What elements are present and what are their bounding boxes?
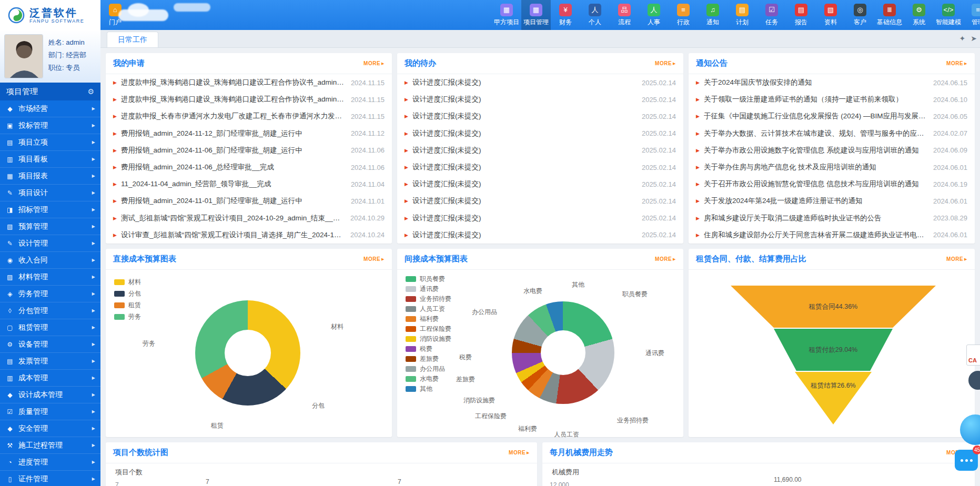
sidebar-item[interactable]: ✎ 设计管理 ▶ (0, 235, 100, 252)
topnav-item[interactable]: ⚙ 系统 (904, 0, 934, 30)
panel-title[interactable]: 通知公告 (696, 58, 728, 68)
legend-item[interactable]: 通讯费 (406, 284, 451, 294)
sidebar-item[interactable]: ◉ 收入合同 ▶ (0, 252, 100, 269)
list-item[interactable]: ▶ 关于召开市政公用设施智慧化管理信息 信息技术与应用培训班的通知 2024.0… (689, 176, 975, 193)
funnel-stage[interactable]: 租赁付款29.04% (774, 329, 893, 371)
topnav-item[interactable]: ≡ 行政 (669, 0, 698, 30)
panel-title[interactable]: 租赁合同、付款、结算费用占比 (696, 254, 806, 264)
sidebar-item[interactable]: ◆ 安全管理 ▶ (0, 420, 100, 437)
sidebar-item[interactable]: ▤ 发票管理 ▶ (0, 353, 100, 370)
panel-title[interactable]: 项目个数统计图 (113, 448, 168, 458)
topnav-item[interactable]: ¥ 财务 (551, 0, 580, 30)
list-item[interactable]: ▶ 进度款申报_长春市伊通河水力发电厂改建工程_长春市伊通河水力发电... 20… (106, 108, 392, 125)
tab-daily-work[interactable]: 日常工作 (107, 32, 158, 47)
panel-title[interactable]: 我的申请 (113, 58, 145, 68)
list-item[interactable]: ▶ 关于2024年国庆节放假安排的通知 2024.06.15 (689, 74, 975, 91)
sidebar-item[interactable]: ▥ 项目看板 ▶ (0, 151, 100, 168)
legend-item[interactable]: 业务招待费 (406, 294, 451, 304)
ca-certificate-widget[interactable]: CA (966, 345, 980, 366)
list-item[interactable]: ▶ 关于举办市政公用设施数字化管理信息 系统建设与应用培训班的通知 2024.0… (689, 142, 975, 159)
sidebar-item[interactable]: ▦ 项目报表 ▶ (0, 168, 100, 185)
panel-title[interactable]: 我的待办 (405, 58, 436, 68)
legend-item[interactable]: 人员工资 (406, 304, 451, 314)
legend-item[interactable]: 消防设施费 (406, 334, 451, 344)
funnel-stage[interactable]: 租赁合同44.36% (731, 286, 936, 328)
topnav-item[interactable]: 人 人事 (639, 0, 669, 30)
topnav-item[interactable]: ▤ 计划 (728, 0, 757, 30)
list-item[interactable]: ▶ 设计进度汇报(未提交) 2025.02.14 (397, 74, 683, 91)
legend-item[interactable]: 职员餐费 (406, 274, 451, 284)
sidebar-item[interactable]: ▢ 租赁管理 ▶ (0, 319, 100, 336)
list-item[interactable]: ▶ 进度款申报_珠海鹤港口建设_珠海鹤港口建设工程合作协议书_admin_...… (106, 74, 392, 91)
sidebar-item[interactable]: ▥ 成本管理 ▶ (0, 370, 100, 387)
topnav-item[interactable]: ▦ 项目管理 (521, 0, 551, 30)
legend-item[interactable]: 租赁 (114, 299, 141, 311)
topnav-item[interactable]: 人 个人 (580, 0, 610, 30)
topnav-item[interactable]: ≡ 管理 (963, 0, 980, 30)
list-item[interactable]: ▶ 设计进度汇报(未提交) 2025.02.14 (397, 227, 683, 244)
more-link[interactable]: MORE▶ (363, 60, 385, 66)
list-item[interactable]: ▶ 住房和城乡建设部办公厅关于同意吉林省开展二级建造师执业证书电子化试点... … (689, 227, 975, 244)
sidebar-item[interactable]: ⚒ 施工过程管理 ▶ (0, 437, 100, 454)
sidebar-item[interactable]: ▧ 预算管理 ▶ (0, 218, 100, 235)
list-item[interactable]: ▶ 费用报销_admin_2024-11-06_部门经理审批_胡建_运行中 20… (106, 142, 392, 159)
sidebar-item[interactable]: ◆ 市场经营 ▶ (0, 100, 100, 117)
sidebar-item[interactable]: ◨ 招标管理 ▶ (0, 201, 100, 218)
topnav-item[interactable]: Ⅲ 基础信息 (875, 0, 904, 30)
list-item[interactable]: ▶ 进度款申报_珠海鹤港口建设_珠海鹤港口建设工程合作协议书_admin_...… (106, 91, 392, 108)
more-link[interactable]: MORE▶ (363, 256, 385, 262)
list-item[interactable]: ▶ 费用报销_admin_2024-11-12_部门经理审批_胡建_运行中 20… (106, 125, 392, 142)
list-item[interactable]: ▶ 设计进度汇报(未提交) 2025.02.14 (397, 193, 683, 209)
legend-item[interactable]: 材料 (114, 276, 141, 288)
more-link[interactable]: MORE▶ (946, 60, 967, 66)
app-logo[interactable]: 泛普软件 FANPU SOFTWARE (0, 0, 100, 30)
topnav-item[interactable]: 品 流程 (610, 0, 639, 30)
topnav-item[interactable]: ▤ 报告 (786, 0, 816, 30)
avatar[interactable] (4, 34, 43, 78)
sidebar-item[interactable]: ◔ 进度管理 ▶ (0, 454, 100, 471)
list-item[interactable]: ▶ 设计进度汇报(未提交) 2025.02.14 (397, 91, 683, 108)
donut-chart[interactable] (512, 301, 614, 404)
legend-item[interactable]: 水电费 (406, 374, 451, 384)
key-icon[interactable]: ✦ (959, 34, 966, 43)
list-item[interactable]: ▶ 设计进度汇报(未提交) 2025.02.14 (397, 108, 683, 125)
more-link[interactable]: MORE▶ (655, 60, 676, 66)
topnav-item[interactable]: ◎ 客户 (845, 0, 875, 30)
list-item[interactable]: ▶ 设计进度汇报(未提交) 2025.02.14 (397, 159, 683, 176)
sidebar-item[interactable]: ▯ 证件管理 ▶ (0, 471, 100, 486)
topnav-item[interactable]: </> 智能建模 (934, 0, 963, 30)
list-item[interactable]: ▶ 关于举办住房与房地产信息化 技术及应用培训班的通知 2024.06.01 (689, 159, 975, 176)
list-item[interactable]: ▶ 关于举办大数据、云计算技术在城市建设、规划、管理与服务中的应用培训班... … (689, 125, 975, 142)
settings-gear-icon[interactable]: ⚙ (87, 87, 94, 96)
more-link[interactable]: MORE▶ (946, 256, 967, 262)
topnav-item[interactable]: ☑ 任务 (757, 0, 786, 30)
legend-item[interactable]: 工程保险费 (406, 324, 451, 334)
legend-item[interactable]: 分包 (114, 288, 141, 299)
panel-title[interactable]: 每月机械费用走势 (550, 448, 613, 458)
legend-item[interactable]: 税费 (406, 344, 451, 354)
panel-title[interactable]: 直接成本预算图表 (113, 254, 176, 264)
list-item[interactable]: ▶ 设计进度汇报(未提交) 2025.02.14 (397, 176, 683, 193)
panel-title[interactable]: 间接成本预算图表 (405, 254, 468, 264)
legend-item[interactable]: 办公用品 (406, 364, 451, 374)
donut-chart[interactable] (195, 300, 300, 406)
more-link[interactable]: MORE▶ (509, 450, 530, 455)
list-item[interactable]: ▶ 费用报销_admin_2024-11-06_总经理审批__完成 2024.1… (106, 159, 392, 176)
legend-item[interactable]: 福利费 (406, 314, 451, 324)
legend-item[interactable]: 劳务 (114, 311, 141, 322)
list-item[interactable]: ▶ 11_2024-11-04_admin_经营部_领导审批__完成 2024.… (106, 176, 392, 193)
sidebar-item[interactable]: ⚙ 设备管理 ▶ (0, 336, 100, 353)
list-item[interactable]: ▶ 于征集《中国建筑施工行业信息化发展报告 (2024) —BIM应用与发展》材… (689, 108, 975, 125)
list-item[interactable]: ▶ 关于发放2024年第24批一级建造师注册证书的通知 2024.06.01 (689, 193, 975, 209)
sidebar-item[interactable]: ▨ 材料管理 ▶ (0, 269, 100, 286)
chat-button[interactable]: 45 (955, 450, 978, 471)
list-item[interactable]: ▶ 测试_彭祖新城“四馆”景观工程设计项目_2024-10-29_admin_结… (106, 210, 392, 227)
forward-icon[interactable]: ➤ (971, 34, 977, 43)
list-item[interactable]: ▶ 费用报销_admin_2024-11-01_部门经理审批_胡建_运行中 20… (106, 193, 392, 209)
sidebar-item[interactable]: ◆ 设计成本管理 ▶ (0, 387, 100, 403)
legend-item[interactable]: 差旅费 (406, 354, 451, 364)
list-item[interactable]: ▶ 设计进度汇报(未提交) 2025.02.14 (397, 142, 683, 159)
list-item[interactable]: ▶ 设计进度汇报(未提交) 2025.02.14 (397, 125, 683, 142)
list-item[interactable]: ▶ 设计审查_彭祖新城“四馆”景观工程设计项目_请选择_胡广生_2024-10-… (106, 227, 392, 244)
topnav-item[interactable]: ▦ 甲方项目 (492, 0, 521, 30)
